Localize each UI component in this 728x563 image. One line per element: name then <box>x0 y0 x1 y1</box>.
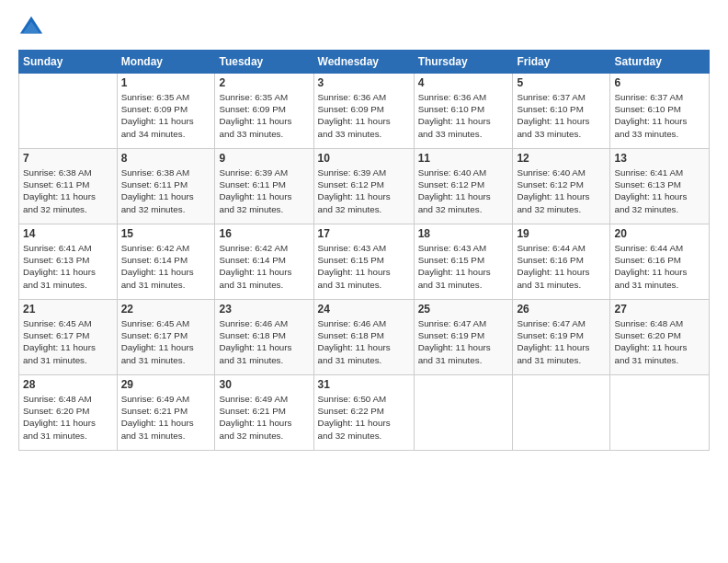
logo-icon <box>18 15 44 40</box>
calendar-cell: 15Sunrise: 6:42 AM Sunset: 6:14 PM Dayli… <box>117 224 215 300</box>
weekday-header-monday: Monday <box>117 51 215 74</box>
day-info: Sunrise: 6:41 AM Sunset: 6:13 PM Dayligh… <box>614 167 705 215</box>
calendar-cell: 5Sunrise: 6:37 AM Sunset: 6:10 PM Daylig… <box>513 74 610 149</box>
week-row-5: 28Sunrise: 6:48 AM Sunset: 6:20 PM Dayli… <box>19 375 710 451</box>
week-row-2: 7Sunrise: 6:38 AM Sunset: 6:11 PM Daylig… <box>19 149 710 224</box>
day-number: 11 <box>418 152 509 165</box>
calendar: SundayMondayTuesdayWednesdayThursdayFrid… <box>18 50 710 451</box>
day-number: 23 <box>219 303 309 316</box>
day-info: Sunrise: 6:38 AM Sunset: 6:11 PM Dayligh… <box>23 167 113 215</box>
header-row: SundayMondayTuesdayWednesdayThursdayFrid… <box>19 51 710 74</box>
day-number: 30 <box>219 378 309 391</box>
calendar-cell: 19Sunrise: 6:44 AM Sunset: 6:16 PM Dayli… <box>513 224 610 300</box>
day-info: Sunrise: 6:49 AM Sunset: 6:21 PM Dayligh… <box>121 393 211 442</box>
day-number: 10 <box>318 152 410 165</box>
day-info: Sunrise: 6:37 AM Sunset: 6:10 PM Dayligh… <box>614 91 705 140</box>
day-info: Sunrise: 6:40 AM Sunset: 6:12 PM Dayligh… <box>418 167 509 215</box>
day-info: Sunrise: 6:42 AM Sunset: 6:14 PM Dayligh… <box>219 242 309 291</box>
day-number: 6 <box>614 76 705 89</box>
day-number: 26 <box>517 303 606 316</box>
day-number: 28 <box>23 378 113 391</box>
day-info: Sunrise: 6:49 AM Sunset: 6:21 PM Dayligh… <box>219 393 309 442</box>
calendar-cell: 2Sunrise: 6:35 AM Sunset: 6:09 PM Daylig… <box>215 74 313 149</box>
calendar-cell: 29Sunrise: 6:49 AM Sunset: 6:21 PM Dayli… <box>117 375 215 451</box>
day-number: 7 <box>23 152 113 165</box>
day-number: 31 <box>318 378 410 391</box>
day-number: 24 <box>318 303 410 316</box>
calendar-cell: 8Sunrise: 6:38 AM Sunset: 6:11 PM Daylig… <box>117 149 215 224</box>
calendar-cell: 16Sunrise: 6:42 AM Sunset: 6:14 PM Dayli… <box>215 224 313 300</box>
day-info: Sunrise: 6:38 AM Sunset: 6:11 PM Dayligh… <box>121 167 211 215</box>
day-info: Sunrise: 6:41 AM Sunset: 6:13 PM Dayligh… <box>23 242 113 291</box>
day-info: Sunrise: 6:46 AM Sunset: 6:18 PM Dayligh… <box>318 317 410 366</box>
calendar-cell: 30Sunrise: 6:49 AM Sunset: 6:21 PM Dayli… <box>215 375 313 451</box>
day-info: Sunrise: 6:45 AM Sunset: 6:17 PM Dayligh… <box>23 317 113 366</box>
calendar-cell <box>610 375 710 451</box>
day-number: 15 <box>121 227 211 240</box>
day-number: 13 <box>614 152 705 165</box>
page: SundayMondayTuesdayWednesdayThursdayFrid… <box>0 0 728 563</box>
day-info: Sunrise: 6:46 AM Sunset: 6:18 PM Dayligh… <box>219 317 309 366</box>
day-info: Sunrise: 6:35 AM Sunset: 6:09 PM Dayligh… <box>219 91 309 140</box>
day-info: Sunrise: 6:45 AM Sunset: 6:17 PM Dayligh… <box>121 317 211 366</box>
day-info: Sunrise: 6:42 AM Sunset: 6:14 PM Dayligh… <box>121 242 211 291</box>
day-info: Sunrise: 6:35 AM Sunset: 6:09 PM Dayligh… <box>121 91 211 140</box>
day-number: 17 <box>318 227 410 240</box>
day-info: Sunrise: 6:47 AM Sunset: 6:19 PM Dayligh… <box>418 317 509 366</box>
day-info: Sunrise: 6:44 AM Sunset: 6:16 PM Dayligh… <box>614 242 705 291</box>
day-number: 18 <box>418 227 509 240</box>
calendar-cell: 24Sunrise: 6:46 AM Sunset: 6:18 PM Dayli… <box>313 300 414 375</box>
day-number: 5 <box>517 76 606 89</box>
calendar-cell: 9Sunrise: 6:39 AM Sunset: 6:11 PM Daylig… <box>215 149 313 224</box>
calendar-cell: 27Sunrise: 6:48 AM Sunset: 6:20 PM Dayli… <box>610 300 710 375</box>
day-info: Sunrise: 6:36 AM Sunset: 6:10 PM Dayligh… <box>418 91 509 140</box>
day-info: Sunrise: 6:39 AM Sunset: 6:12 PM Dayligh… <box>318 167 410 215</box>
day-number: 8 <box>121 152 211 165</box>
day-number: 1 <box>121 76 211 89</box>
day-number: 9 <box>219 152 309 165</box>
calendar-cell: 1Sunrise: 6:35 AM Sunset: 6:09 PM Daylig… <box>117 74 215 149</box>
calendar-cell <box>414 375 513 451</box>
day-info: Sunrise: 6:44 AM Sunset: 6:16 PM Dayligh… <box>517 242 606 291</box>
weekday-header-saturday: Saturday <box>610 51 710 74</box>
calendar-cell: 31Sunrise: 6:50 AM Sunset: 6:22 PM Dayli… <box>313 375 414 451</box>
calendar-cell: 10Sunrise: 6:39 AM Sunset: 6:12 PM Dayli… <box>313 149 414 224</box>
calendar-cell: 11Sunrise: 6:40 AM Sunset: 6:12 PM Dayli… <box>414 149 513 224</box>
weekday-header-tuesday: Tuesday <box>215 51 313 74</box>
calendar-cell: 25Sunrise: 6:47 AM Sunset: 6:19 PM Dayli… <box>414 300 513 375</box>
day-info: Sunrise: 6:50 AM Sunset: 6:22 PM Dayligh… <box>318 393 410 442</box>
day-number: 22 <box>121 303 211 316</box>
day-info: Sunrise: 6:37 AM Sunset: 6:10 PM Dayligh… <box>517 91 606 140</box>
day-info: Sunrise: 6:48 AM Sunset: 6:20 PM Dayligh… <box>23 393 113 442</box>
header <box>18 15 710 40</box>
week-row-3: 14Sunrise: 6:41 AM Sunset: 6:13 PM Dayli… <box>19 224 710 300</box>
day-number: 16 <box>219 227 309 240</box>
calendar-cell: 7Sunrise: 6:38 AM Sunset: 6:11 PM Daylig… <box>19 149 118 224</box>
day-info: Sunrise: 6:36 AM Sunset: 6:09 PM Dayligh… <box>318 91 410 140</box>
day-number: 12 <box>517 152 606 165</box>
day-number: 29 <box>121 378 211 391</box>
calendar-cell: 28Sunrise: 6:48 AM Sunset: 6:20 PM Dayli… <box>19 375 118 451</box>
calendar-cell: 13Sunrise: 6:41 AM Sunset: 6:13 PM Dayli… <box>610 149 710 224</box>
calendar-body: 1Sunrise: 6:35 AM Sunset: 6:09 PM Daylig… <box>19 74 710 451</box>
calendar-cell: 26Sunrise: 6:47 AM Sunset: 6:19 PM Dayli… <box>513 300 610 375</box>
day-number: 20 <box>614 227 705 240</box>
day-number: 25 <box>418 303 509 316</box>
calendar-cell: 4Sunrise: 6:36 AM Sunset: 6:10 PM Daylig… <box>414 74 513 149</box>
week-row-4: 21Sunrise: 6:45 AM Sunset: 6:17 PM Dayli… <box>19 300 710 375</box>
calendar-cell <box>513 375 610 451</box>
day-number: 14 <box>23 227 113 240</box>
week-row-1: 1Sunrise: 6:35 AM Sunset: 6:09 PM Daylig… <box>19 74 710 149</box>
day-number: 3 <box>318 76 410 89</box>
calendar-cell: 6Sunrise: 6:37 AM Sunset: 6:10 PM Daylig… <box>610 74 710 149</box>
day-info: Sunrise: 6:43 AM Sunset: 6:15 PM Dayligh… <box>318 242 410 291</box>
calendar-cell: 23Sunrise: 6:46 AM Sunset: 6:18 PM Dayli… <box>215 300 313 375</box>
day-number: 2 <box>219 76 309 89</box>
calendar-cell <box>19 74 118 149</box>
calendar-cell: 17Sunrise: 6:43 AM Sunset: 6:15 PM Dayli… <box>313 224 414 300</box>
weekday-header-wednesday: Wednesday <box>313 51 414 74</box>
calendar-cell: 14Sunrise: 6:41 AM Sunset: 6:13 PM Dayli… <box>19 224 118 300</box>
calendar-header: SundayMondayTuesdayWednesdayThursdayFrid… <box>19 51 710 74</box>
weekday-header-friday: Friday <box>513 51 610 74</box>
day-info: Sunrise: 6:47 AM Sunset: 6:19 PM Dayligh… <box>517 317 606 366</box>
